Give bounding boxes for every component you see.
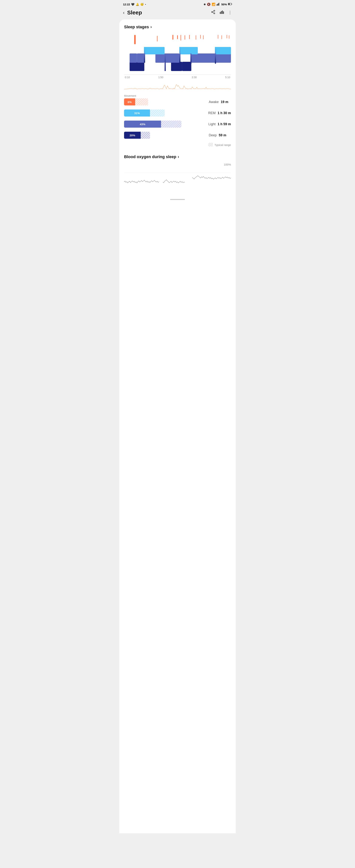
light-solid-bar: 43% [124,121,161,128]
awake-info: Awake 19 m [209,100,231,104]
svg-rect-1 [217,4,218,5]
rem-info: REM 1 h 30 m [208,111,231,115]
stage-bars: 6% Awake 19 m [124,98,231,139]
time-label-1: 1:50 [158,76,163,79]
svg-rect-13 [221,11,222,14]
svg-rect-5 [231,4,232,4]
svg-rect-40 [215,54,231,63]
svg-rect-2 [218,3,219,5]
dnd-icon: 🔔 [136,3,139,6]
svg-line-11 [213,11,214,12]
stage-row-awake: 6% Awake 19 m [124,98,231,105]
svg-rect-14 [222,10,223,14]
light-hatch-bar [161,121,182,128]
heart-icon: 🖤 [131,3,135,6]
svg-rect-0 [217,4,217,5]
svg-rect-6 [228,3,230,5]
more-button[interactable]: ⋮ [228,10,232,15]
status-right: ∗ 🔇 📶 50% [203,3,232,6]
svg-rect-45 [144,54,145,63]
awake-hatch-bar [135,98,148,105]
typical-range-label: Typical range [215,143,231,147]
share-button[interactable] [211,10,216,16]
scroll-indicator [170,199,185,200]
sleep-stages-chevron: › [151,25,152,29]
svg-rect-56 [150,110,165,117]
stage-bar-deep: 20% [124,132,206,139]
svg-rect-41 [144,47,165,54]
awake-solid-bar: 6% [124,98,135,105]
light-info: Light 1 h 59 m [208,122,231,126]
stage-row-deep: 20% Deep 59 m [124,132,231,139]
blood-oxygen-percent-label: 100% [124,163,231,166]
svg-rect-34 [182,62,191,71]
dot-icon: ● [145,3,146,5]
svg-rect-58 [161,121,182,128]
page-title: Sleep [127,9,142,16]
stage-bar-awake: 6% [124,98,206,105]
svg-line-10 [213,12,214,13]
wifi-icon: 📶 [212,3,216,6]
sleep-stages-chart [124,33,231,74]
blood-oxygen-chart [124,167,231,197]
svg-rect-49 [190,54,192,64]
app-header: ‹ Sleep ⋮ [119,8,236,19]
mute-icon: 🔇 [207,3,211,6]
back-button[interactable]: ‹ [123,10,125,15]
time-label-0: 0:10 [125,76,130,79]
stats-button[interactable] [220,10,224,16]
bluetooth-icon: ∗ [203,3,206,6]
blood-oxygen-chevron: › [178,154,179,159]
sleep-chart-container: 0:10 1:50 3:30 5:10 [124,33,231,79]
svg-rect-15 [223,11,224,14]
svg-rect-33 [171,62,182,71]
svg-rect-42 [179,47,198,54]
svg-rect-43 [215,47,231,54]
stage-row-rem: 31% REM 1 h 30 m [124,110,231,117]
svg-rect-36 [137,54,144,63]
typical-range-legend: Typical range [124,143,231,147]
header-left: ‹ Sleep [123,9,142,16]
svg-rect-62 [208,143,213,147]
svg-rect-35 [130,54,137,63]
status-time: 12:22 [123,3,130,6]
svg-rect-39 [191,54,216,63]
svg-rect-38 [165,54,179,63]
rem-solid-bar: 31% [124,110,150,117]
svg-rect-48 [179,54,181,63]
svg-rect-17 [134,35,136,44]
headphone-icon: 😴 [140,3,144,6]
main-content: Sleep stages › [119,20,236,833]
battery-level: 50% [221,3,227,6]
time-label-3: 5:10 [225,76,230,79]
sleep-stages-title[interactable]: Sleep stages › [124,25,231,29]
blood-oxygen-section: Blood oxygen during sleep › 100% [124,154,231,197]
stage-bar-light: 43% [124,121,206,128]
battery-icon [228,3,232,6]
deep-info: Deep 59 m [209,133,231,137]
svg-rect-37 [155,54,165,63]
status-left: 12:22 🖤 🔔 😴 ● [123,3,146,6]
stage-row-light: 43% Light 1 h 59 m [124,121,231,128]
movement-label: Movement [124,94,231,97]
svg-rect-60 [141,132,150,139]
signal-icon [217,3,220,6]
status-bar: 12:22 🖤 🔔 😴 ● ∗ 🔇 📶 50% [119,0,236,8]
stage-bar-rem: 31% [124,110,205,117]
deep-solid-bar: 20% [124,132,141,139]
deep-hatch-bar [141,132,150,139]
svg-rect-12 [220,12,221,14]
movement-chart: Movement [124,82,231,93]
svg-rect-51 [215,54,216,64]
svg-rect-54 [135,98,148,105]
header-right: ⋮ [211,10,232,16]
rem-hatch-bar [150,110,165,117]
time-labels: 0:10 1:50 3:30 5:10 [124,74,231,79]
time-label-2: 3:30 [192,76,197,79]
svg-rect-32 [130,62,144,71]
svg-rect-3 [219,3,219,5]
svg-rect-46 [165,54,166,71]
blood-oxygen-title[interactable]: Blood oxygen during sleep › [124,154,231,159]
typical-range-icon [208,143,213,147]
